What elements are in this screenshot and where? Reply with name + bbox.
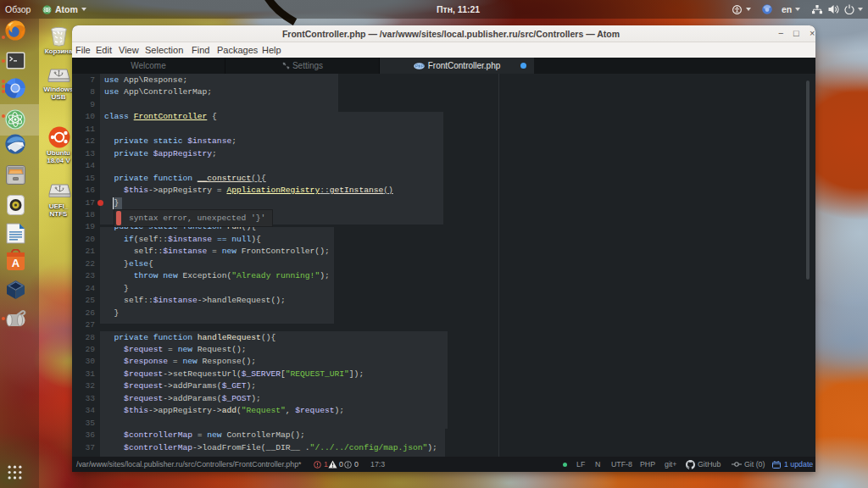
svg-text:A: A — [12, 257, 20, 269]
